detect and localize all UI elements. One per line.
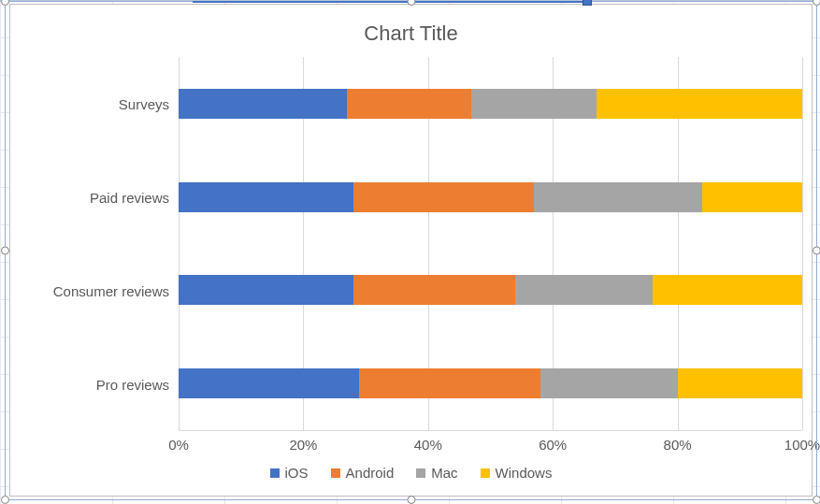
- bar-segment-android[interactable]: [353, 182, 534, 212]
- bar-segment-android[interactable]: [347, 89, 471, 119]
- y-tick-label: Paid reviews: [90, 190, 169, 206]
- x-axis: 0%20%40%60%80%100%: [179, 431, 802, 457]
- y-tick-label: Pro reviews: [96, 377, 169, 393]
- ruler-edge: [0, 0, 820, 2]
- bar-segment-mac[interactable]: [534, 182, 702, 212]
- bar-segment-mac[interactable]: [515, 275, 653, 305]
- bar-group[interactable]: [179, 275, 802, 305]
- x-tick-label: 100%: [784, 437, 820, 453]
- chart-object[interactable]: Chart Title SurveysPaid reviewsConsumer …: [9, 4, 813, 497]
- legend-swatch: [270, 468, 280, 478]
- bar-segment-ios[interactable]: [179, 275, 353, 305]
- chart-title[interactable]: Chart Title: [20, 22, 802, 46]
- bar-segment-mac[interactable]: [471, 89, 596, 119]
- bar-group[interactable]: [179, 182, 802, 212]
- chart-inner: Chart Title SurveysPaid reviewsConsumer …: [20, 14, 802, 486]
- x-tick-label: 0%: [168, 437, 189, 453]
- legend-label: Mac: [431, 465, 457, 481]
- legend-item-mac[interactable]: Mac: [416, 465, 457, 481]
- bar-segment-ios[interactable]: [179, 89, 347, 119]
- plot-row: SurveysPaid reviewsConsumer reviewsPro r…: [20, 57, 802, 431]
- x-tick-label: 20%: [289, 437, 317, 453]
- bar-segment-windows[interactable]: [597, 89, 802, 119]
- legend[interactable]: iOSAndroidMacWindows: [20, 457, 802, 486]
- bar-group[interactable]: [179, 368, 802, 398]
- gridline: [802, 57, 803, 430]
- bar-segment-ios[interactable]: [179, 182, 353, 212]
- legend-item-windows[interactable]: Windows: [481, 465, 553, 481]
- legend-item-android[interactable]: Android: [331, 465, 395, 481]
- x-tick-label: 40%: [414, 437, 442, 453]
- bar-segment-windows[interactable]: [653, 275, 802, 305]
- bar-segment-android[interactable]: [359, 368, 539, 398]
- plot-area[interactable]: [179, 57, 802, 431]
- bar-segment-windows[interactable]: [678, 368, 802, 398]
- legend-label: iOS: [285, 465, 309, 481]
- bar-group[interactable]: [179, 89, 802, 119]
- legend-label: Android: [346, 465, 395, 481]
- bar-segment-android[interactable]: [353, 275, 515, 305]
- legend-label: Windows: [496, 465, 553, 481]
- y-tick-label: Consumer reviews: [53, 283, 169, 299]
- x-tick-label: 80%: [664, 437, 692, 453]
- y-tick-label: Surveys: [119, 96, 169, 112]
- legend-swatch: [331, 468, 340, 478]
- bar-segment-ios[interactable]: [179, 368, 359, 398]
- legend-swatch: [481, 468, 490, 478]
- bar-segment-windows[interactable]: [702, 182, 802, 212]
- bar-segment-mac[interactable]: [540, 368, 678, 398]
- legend-item-ios[interactable]: iOS: [270, 465, 309, 481]
- x-tick-label: 60%: [539, 437, 567, 453]
- legend-swatch: [416, 468, 425, 478]
- y-axis-labels: SurveysPaid reviewsConsumer reviewsPro r…: [20, 57, 179, 431]
